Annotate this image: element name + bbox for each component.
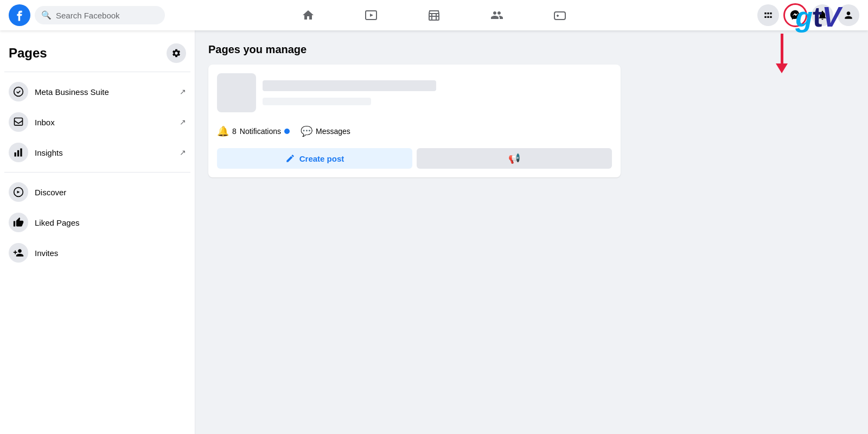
megaphone-icon: 📢 bbox=[508, 152, 520, 164]
sidebar-managed-section: Meta Business Suite ↗ Inbox ↗ Insights ↗ bbox=[4, 76, 190, 168]
discover-icon bbox=[9, 182, 28, 202]
svg-rect-3 bbox=[554, 12, 565, 20]
discover-label: Discover bbox=[35, 188, 186, 197]
nav-gaming-btn[interactable] bbox=[529, 2, 590, 28]
navbar-right bbox=[686, 3, 859, 27]
sidebar-item-discover[interactable]: Discover bbox=[4, 177, 190, 207]
nav-groups-btn[interactable] bbox=[467, 2, 527, 28]
page-sub-placeholder bbox=[263, 98, 371, 105]
messages-icon: 💬 bbox=[301, 125, 312, 137]
messages-label: Messages bbox=[316, 127, 350, 136]
invites-icon bbox=[9, 243, 28, 263]
page-name-placeholder bbox=[263, 80, 436, 91]
page-card-actions: Create post 📢 bbox=[217, 148, 612, 169]
sidebar-explore-section: Discover Liked Pages Invites bbox=[4, 177, 190, 268]
messenger-icon-btn[interactable] bbox=[783, 3, 807, 27]
sidebar-divider bbox=[4, 172, 190, 173]
page-card-header bbox=[217, 73, 612, 112]
page-card: 🔔 8 Notifications 💬 Messages Create post… bbox=[208, 65, 621, 177]
notifications-icon-btn[interactable] bbox=[812, 4, 833, 26]
search-bar[interactable]: 🔍 Search Facebook bbox=[35, 6, 165, 24]
sidebar-header: Pages bbox=[4, 39, 190, 72]
svg-rect-7 bbox=[17, 150, 19, 157]
nav-watch-btn[interactable] bbox=[341, 2, 401, 28]
meta-business-arrow: ↗ bbox=[180, 87, 186, 96]
promote-button[interactable]: 📢 bbox=[417, 148, 612, 169]
bell-icon: 🔔 bbox=[217, 125, 229, 137]
sidebar-item-meta-business-suite[interactable]: Meta Business Suite ↗ bbox=[4, 76, 190, 107]
notifications-stat[interactable]: 🔔 8 Notifications bbox=[217, 125, 290, 137]
sidebar-item-inbox[interactable]: Inbox ↗ bbox=[4, 107, 190, 137]
insights-icon bbox=[9, 143, 28, 162]
navbar: 🔍 Search Facebook bbox=[0, 0, 868, 30]
page-layout: Pages Meta Business Suite ↗ I bbox=[0, 30, 868, 434]
page-info bbox=[263, 80, 612, 105]
messages-stat[interactable]: 💬 Messages bbox=[301, 125, 350, 137]
svg-rect-8 bbox=[20, 149, 22, 157]
inbox-icon bbox=[9, 112, 28, 132]
notifications-count: 8 bbox=[232, 127, 237, 136]
meta-business-icon bbox=[9, 82, 28, 101]
create-post-label: Create post bbox=[299, 154, 344, 163]
svg-point-4 bbox=[14, 87, 23, 97]
svg-rect-6 bbox=[15, 152, 16, 157]
account-icon-btn[interactable] bbox=[838, 4, 859, 26]
settings-icon-btn[interactable] bbox=[167, 43, 186, 63]
menu-icon-btn[interactable] bbox=[757, 4, 779, 26]
section-title: Pages you manage bbox=[208, 43, 855, 56]
create-post-button[interactable]: Create post bbox=[217, 148, 412, 169]
svg-marker-10 bbox=[17, 191, 20, 194]
navbar-center bbox=[278, 2, 590, 28]
notification-dot bbox=[284, 129, 290, 134]
search-icon: 🔍 bbox=[41, 10, 52, 20]
nav-marketplace-btn[interactable] bbox=[404, 2, 464, 28]
inbox-label: Inbox bbox=[35, 118, 173, 127]
nav-home-btn[interactable] bbox=[278, 2, 339, 28]
insights-label: Insights bbox=[35, 148, 173, 157]
liked-pages-label: Liked Pages bbox=[35, 218, 186, 227]
insights-arrow: ↗ bbox=[180, 148, 186, 157]
navbar-left: 🔍 Search Facebook bbox=[9, 4, 182, 26]
liked-pages-icon bbox=[9, 213, 28, 232]
sidebar-item-liked-pages[interactable]: Liked Pages bbox=[4, 207, 190, 238]
sidebar-title: Pages bbox=[9, 46, 47, 61]
main-content: Pages you manage 🔔 8 Notifications 💬 bbox=[195, 30, 868, 434]
search-placeholder: Search Facebook bbox=[56, 11, 120, 20]
facebook-logo[interactable] bbox=[9, 4, 30, 26]
sidebar: Pages Meta Business Suite ↗ I bbox=[0, 30, 195, 434]
meta-business-label: Meta Business Suite bbox=[35, 87, 173, 97]
inbox-arrow: ↗ bbox=[180, 118, 186, 126]
page-avatar bbox=[217, 73, 256, 112]
sidebar-item-insights[interactable]: Insights ↗ bbox=[4, 137, 190, 168]
invites-label: Invites bbox=[35, 248, 186, 258]
notifications-label: Notifications bbox=[240, 127, 281, 136]
sidebar-item-invites[interactable]: Invites bbox=[4, 238, 190, 268]
page-card-stats: 🔔 8 Notifications 💬 Messages bbox=[217, 121, 612, 142]
svg-marker-1 bbox=[370, 14, 373, 17]
